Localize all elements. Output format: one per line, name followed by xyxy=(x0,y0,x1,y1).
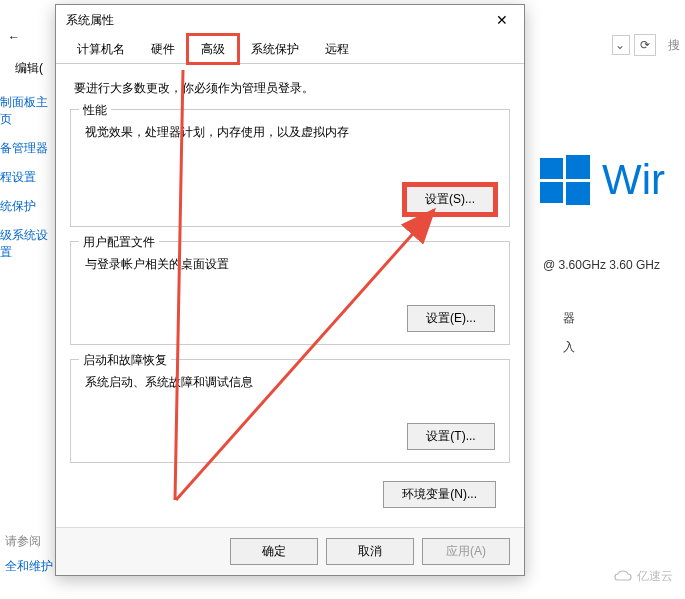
bg-info-block: 器 入 xyxy=(563,310,575,356)
dialog-actions: 确定 取消 应用(A) xyxy=(56,527,524,575)
admin-required-text: 要进行大多数更改，你必须作为管理员登录。 xyxy=(74,80,506,97)
performance-desc: 视觉效果，处理器计划，内存使用，以及虚拟内存 xyxy=(85,124,495,141)
performance-group: 性能 视觉效果，处理器计划，内存使用，以及虚拟内存 设置(S)... xyxy=(70,109,510,227)
performance-title: 性能 xyxy=(79,102,111,119)
ok-button[interactable]: 确定 xyxy=(230,538,318,565)
path-dropdown[interactable]: ⌄ xyxy=(612,35,630,55)
close-icon[interactable]: ✕ xyxy=(486,8,518,32)
search-input[interactable]: 搜 xyxy=(668,37,680,54)
svg-rect-3 xyxy=(566,182,590,205)
sidebar-link-system-protection[interactable]: 统保护 xyxy=(0,192,55,221)
nav-back-icon: ← xyxy=(8,30,20,44)
sidebar-link-device-manager[interactable]: 备管理器 xyxy=(0,134,55,163)
system-properties-dialog: 系统属性 ✕ 计算机名 硬件 高级 系统保护 远程 要进行大多数更改，你必须作为… xyxy=(55,4,525,576)
tab-strip: 计算机名 硬件 高级 系统保护 远程 xyxy=(56,35,524,64)
svg-rect-2 xyxy=(540,182,563,203)
dialog-title: 系统属性 xyxy=(66,12,114,29)
sidebar-link-advanced[interactable]: 级系统设置 xyxy=(0,221,55,267)
see-also-link[interactable]: 请参阅 xyxy=(5,529,53,554)
bg-info-2: 入 xyxy=(563,339,575,356)
startup-title: 启动和故障恢复 xyxy=(79,352,171,369)
svg-rect-0 xyxy=(540,158,563,179)
cancel-button[interactable]: 取消 xyxy=(326,538,414,565)
security-maintenance-link[interactable]: 全和维护 xyxy=(5,554,53,579)
userprofile-settings-button[interactable]: 设置(E)... xyxy=(407,305,495,332)
sidebar: 制面板主页 备管理器 程设置 统保护 级系统设置 xyxy=(0,88,55,267)
cpu-frequency: @ 3.60GHz 3.60 GHz xyxy=(543,258,660,272)
tab-system-protection[interactable]: 系统保护 xyxy=(238,35,312,63)
userprofile-title: 用户配置文件 xyxy=(79,234,159,251)
tab-remote[interactable]: 远程 xyxy=(312,35,362,63)
performance-settings-button[interactable]: 设置(S)... xyxy=(405,185,495,214)
edit-menu-label: 编辑( xyxy=(15,60,43,77)
startup-group: 启动和故障恢复 系统启动、系统故障和调试信息 设置(T)... xyxy=(70,359,510,463)
sidebar-link-home[interactable]: 制面板主页 xyxy=(0,88,55,134)
bottom-links: 请参阅 全和维护 xyxy=(5,529,53,579)
windows-logo-icon xyxy=(540,155,590,205)
windows-logo-area: Wir xyxy=(540,155,665,205)
tab-advanced[interactable]: 高级 xyxy=(188,35,238,63)
userprofile-group: 用户配置文件 与登录帐户相关的桌面设置 设置(E)... xyxy=(70,241,510,345)
tab-hardware[interactable]: 硬件 xyxy=(138,35,188,63)
svg-rect-1 xyxy=(566,155,590,179)
apply-button: 应用(A) xyxy=(422,538,510,565)
environment-variables-button[interactable]: 环境变量(N)... xyxy=(383,481,496,508)
watermark: 亿速云 xyxy=(613,568,673,585)
refresh-icon[interactable]: ⟳ xyxy=(634,34,656,56)
userprofile-desc: 与登录帐户相关的桌面设置 xyxy=(85,256,495,273)
dialog-titlebar: 系统属性 ✕ xyxy=(56,5,524,35)
startup-desc: 系统启动、系统故障和调试信息 xyxy=(85,374,495,391)
sidebar-link-remote-settings[interactable]: 程设置 xyxy=(0,163,55,192)
tab-computer-name[interactable]: 计算机名 xyxy=(64,35,138,63)
bg-info-1: 器 xyxy=(563,310,575,327)
address-bar-right: ⌄ ⟳ 搜 xyxy=(612,34,680,56)
startup-settings-button[interactable]: 设置(T)... xyxy=(407,423,495,450)
tab-content-advanced: 要进行大多数更改，你必须作为管理员登录。 性能 视觉效果，处理器计划，内存使用，… xyxy=(56,64,524,534)
windows-text: Wir xyxy=(602,156,665,204)
